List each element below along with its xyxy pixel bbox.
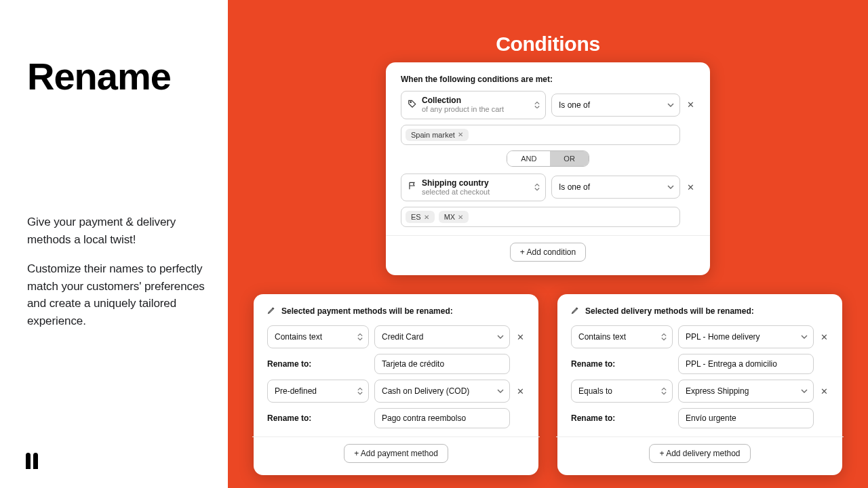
chip-remove-icon[interactable]: ✕ bbox=[424, 214, 429, 221]
flag-icon bbox=[408, 181, 417, 193]
condition-field-subtitle: selected at checkout bbox=[422, 188, 490, 197]
pencil-icon bbox=[571, 305, 580, 317]
remove-row-button[interactable]: ✕ bbox=[515, 386, 525, 396]
delivery-method-row: Contains text PPL - Home delivery ✕ bbox=[571, 325, 829, 348]
add-payment-method-button[interactable]: + Add payment method bbox=[344, 444, 448, 463]
section-title-conditions: Conditions bbox=[228, 33, 868, 56]
conditions-card: When the following conditions are met: C… bbox=[386, 62, 710, 275]
method-value-select[interactable]: PPL - Home delivery bbox=[678, 325, 814, 348]
match-mode-select[interactable]: Contains text bbox=[267, 325, 369, 348]
chip-label: MX bbox=[444, 213, 456, 221]
chip[interactable]: Spain market ✕ bbox=[406, 129, 469, 141]
chip[interactable]: ES ✕ bbox=[406, 211, 435, 223]
chevron-down-icon bbox=[497, 389, 504, 393]
add-condition-button[interactable]: + Add condition bbox=[510, 243, 586, 262]
chip-remove-icon[interactable]: ✕ bbox=[458, 214, 463, 221]
sort-icon bbox=[534, 184, 540, 191]
rename-input[interactable] bbox=[678, 408, 814, 428]
rename-label: Rename to: bbox=[267, 413, 369, 423]
condition-value-input[interactable]: Spain market ✕ bbox=[401, 125, 680, 145]
rename-label: Rename to: bbox=[571, 413, 673, 423]
rename-label: Rename to: bbox=[571, 359, 673, 369]
rename-input[interactable] bbox=[678, 354, 814, 374]
method-value-select[interactable]: Cash on Delivery (COD) bbox=[374, 380, 510, 403]
copy-p2: Customize their names to perfectly match… bbox=[27, 260, 205, 329]
condition-field-select[interactable]: Collection of any product in the cart bbox=[401, 91, 546, 119]
sort-icon bbox=[357, 388, 363, 395]
conditions-heading: When the following conditions are met: bbox=[401, 75, 695, 84]
brand-logo bbox=[26, 453, 39, 469]
remove-row-button[interactable]: ✕ bbox=[515, 332, 525, 342]
method-value: PPL - Home delivery bbox=[686, 332, 760, 342]
match-mode-value: Equals to bbox=[578, 386, 612, 396]
match-mode-select[interactable]: Pre-defined bbox=[267, 380, 369, 403]
sort-icon bbox=[661, 333, 667, 341]
condition-field-title: Shipping country bbox=[422, 178, 490, 188]
right-panel: Conditions When the following conditions… bbox=[228, 0, 868, 488]
condition-operator-select[interactable]: Is one of bbox=[551, 176, 680, 199]
chip-label: Spain market bbox=[411, 131, 455, 139]
condition-row: Shipping country selected at checkout Is… bbox=[401, 174, 695, 202]
method-value: Express Shipping bbox=[686, 386, 749, 396]
and-or-toggle[interactable]: AND OR bbox=[507, 150, 589, 167]
chip-label: ES bbox=[411, 213, 421, 221]
method-value: Cash on Delivery (COD) bbox=[382, 386, 469, 396]
delivery-method-row: Equals to Express Shipping ✕ bbox=[571, 380, 829, 403]
condition-operator-value: Is one of bbox=[559, 100, 590, 110]
sort-icon bbox=[661, 388, 667, 395]
left-panel: Rename Give your payment & delivery meth… bbox=[0, 0, 228, 488]
toggle-or[interactable]: OR bbox=[550, 151, 589, 166]
condition-operator-select[interactable]: Is one of bbox=[551, 94, 680, 117]
payment-card: Selected payment methods will be renamed… bbox=[254, 294, 538, 475]
condition-field-title: Collection bbox=[422, 96, 504, 105]
remove-row-button[interactable]: ✕ bbox=[819, 386, 829, 396]
delivery-card: Selected delivery methods will be rename… bbox=[557, 294, 842, 475]
delivery-heading: Selected delivery methods will be rename… bbox=[585, 306, 754, 316]
chip-remove-icon[interactable]: ✕ bbox=[458, 131, 463, 138]
condition-value-input[interactable]: ES ✕ MX ✕ bbox=[401, 207, 680, 227]
chip[interactable]: MX ✕ bbox=[439, 211, 469, 223]
match-mode-select[interactable]: Equals to bbox=[571, 380, 673, 403]
pencil-icon bbox=[267, 305, 276, 317]
chevron-down-icon bbox=[497, 335, 504, 339]
method-value: Credit Card bbox=[382, 332, 423, 342]
condition-operator-value: Is one of bbox=[559, 182, 590, 192]
match-mode-value: Contains text bbox=[578, 332, 626, 342]
rename-label: Rename to: bbox=[267, 359, 369, 369]
payment-method-row: Contains text Credit Card ✕ bbox=[267, 325, 525, 348]
rename-input[interactable] bbox=[374, 354, 510, 374]
condition-field-select[interactable]: Shipping country selected at checkout bbox=[401, 174, 546, 202]
condition-row: Collection of any product in the cart Is… bbox=[401, 91, 695, 119]
chevron-down-icon bbox=[801, 389, 808, 393]
copy-p1: Give your payment & delivery methods a l… bbox=[27, 214, 205, 248]
payment-heading: Selected payment methods will be renamed… bbox=[281, 306, 453, 316]
method-value-select[interactable]: Express Shipping bbox=[678, 380, 814, 403]
rename-input[interactable] bbox=[374, 408, 510, 428]
sort-icon bbox=[534, 101, 540, 108]
svg-point-0 bbox=[410, 102, 412, 103]
add-delivery-method-button[interactable]: + Add delivery method bbox=[649, 444, 750, 463]
remove-row-button[interactable]: ✕ bbox=[819, 332, 829, 342]
chevron-down-icon bbox=[667, 103, 674, 107]
chevron-down-icon bbox=[801, 335, 808, 339]
marketing-copy: Give your payment & delivery methods a l… bbox=[27, 214, 205, 329]
payment-method-row: Pre-defined Cash on Delivery (COD) ✕ bbox=[267, 380, 525, 403]
match-mode-select[interactable]: Contains text bbox=[571, 325, 673, 348]
condition-field-subtitle: of any product in the cart bbox=[422, 105, 504, 114]
sort-icon bbox=[357, 333, 363, 341]
toggle-and[interactable]: AND bbox=[507, 151, 550, 166]
match-mode-value: Contains text bbox=[275, 332, 322, 342]
remove-condition-button[interactable]: ✕ bbox=[686, 182, 695, 192]
chevron-down-icon bbox=[667, 185, 674, 189]
match-mode-value: Pre-defined bbox=[275, 386, 317, 396]
remove-condition-button[interactable]: ✕ bbox=[686, 100, 695, 110]
tag-icon bbox=[408, 99, 417, 111]
method-value-select[interactable]: Credit Card bbox=[374, 325, 510, 348]
page-title: Rename bbox=[27, 54, 205, 98]
